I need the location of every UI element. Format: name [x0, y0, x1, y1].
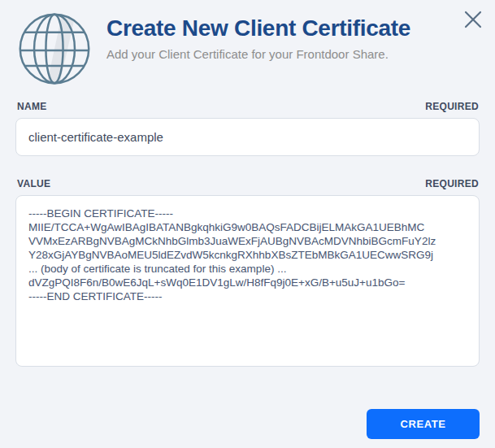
value-required-badge: REQUIRED	[425, 178, 479, 189]
close-button[interactable]	[461, 8, 485, 33]
close-icon	[462, 9, 484, 33]
modal-subtitle: Add your Client Certificate for your Fro…	[106, 47, 410, 61]
value-label: VALUE	[17, 178, 50, 189]
name-field-section: NAME REQUIRED	[15, 101, 480, 156]
create-button[interactable]: CREATE	[367, 409, 480, 439]
globe-icon	[15, 10, 93, 88]
modal-footer: CREATE	[15, 409, 480, 440]
value-field-head: VALUE REQUIRED	[17, 178, 479, 189]
value-field-section: VALUE REQUIRED -----BEGIN CERTIFICATE---…	[15, 178, 480, 370]
name-input[interactable]	[15, 118, 480, 156]
name-field-head: NAME REQUIRED	[17, 101, 479, 112]
header-text: Create New Client Certificate Add your C…	[106, 10, 410, 61]
name-label: NAME	[17, 101, 47, 112]
name-required-badge: REQUIRED	[425, 101, 479, 112]
modal-header: Create New Client Certificate Add your C…	[15, 10, 480, 88]
value-textarea[interactable]: -----BEGIN CERTIFICATE----- MIIE/TCCA+Wg…	[15, 195, 480, 367]
modal-title: Create New Client Certificate	[106, 16, 410, 41]
create-client-certificate-modal: Create New Client Certificate Add your C…	[0, 0, 495, 448]
